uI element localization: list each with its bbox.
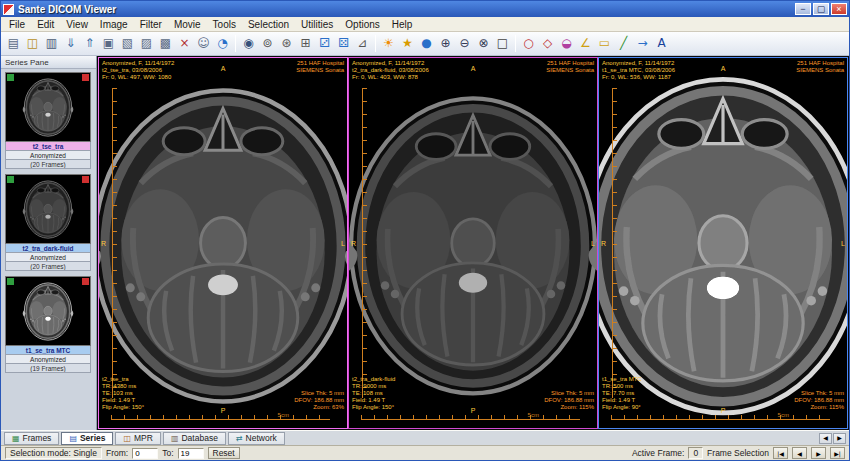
first-frame-icon[interactable]: |◀	[773, 447, 788, 459]
tab-scroll-controls: ◀ ▶	[819, 433, 846, 444]
open-image-icon[interactable]: ▤	[4, 34, 23, 53]
tab-network[interactable]: ⇄ Network	[228, 432, 285, 445]
app-window: Sante DICOM Viewer − ▢ × File Edit View …	[0, 0, 850, 461]
institution-overlay: 251 HAF Hospital SIEMENS Sonata	[296, 60, 344, 74]
print-icon[interactable]: ▣	[99, 34, 118, 53]
previous-frame-icon[interactable]: ◀	[792, 447, 807, 459]
mri-image	[598, 57, 848, 429]
arrow-icon[interactable]: →	[633, 34, 652, 53]
angle-icon[interactable]: ∠	[576, 34, 595, 53]
info-icon[interactable]: ◔	[213, 34, 232, 53]
thumbnail-marker-green	[7, 278, 14, 285]
horizontal-ruler	[361, 415, 579, 420]
series-thumbnail-image[interactable]	[5, 72, 91, 142]
series-thumbnail-3[interactable]: t1_se_tra MTC Anonymized (19 Frames)	[5, 276, 92, 373]
orientation-marker-anterior: A	[721, 65, 726, 72]
tab-label: Series	[80, 433, 106, 443]
menu-image[interactable]: Image	[94, 17, 134, 32]
orientation-marker-posterior: P	[721, 407, 726, 414]
tab-label: Database	[181, 433, 217, 443]
text-icon[interactable]: A	[652, 34, 671, 53]
filter-icon[interactable]: ⊛	[277, 34, 296, 53]
scale-label: 5cm	[778, 412, 789, 418]
series-thumbnail-1[interactable]: t2_tse_tra Anonymized (20 Frames)	[5, 72, 92, 169]
close-button[interactable]: ×	[831, 3, 847, 15]
histogram-icon[interactable]: ⊿	[353, 34, 372, 53]
menu-utilities[interactable]: Utilities	[295, 17, 339, 32]
eye-icon[interactable]: ◉	[239, 34, 258, 53]
mri-image	[348, 73, 598, 413]
sphere-icon[interactable]: ●	[417, 34, 436, 53]
active-frame-label: Active Frame:	[632, 448, 684, 458]
viewport-3[interactable]: 5cm Anonymized, F, 11/14/1972 t1_se_tra …	[598, 57, 848, 429]
reset-button[interactable]: Reset	[208, 447, 240, 459]
open-folder-icon[interactable]: ◫	[23, 34, 42, 53]
roi-polygon-icon[interactable]: ◇	[538, 34, 557, 53]
from-input[interactable]	[132, 448, 158, 459]
database-icon[interactable]: ▩	[156, 34, 175, 53]
tab-mpr[interactable]: ◫ MPR	[115, 432, 160, 445]
menu-movie[interactable]: Movie	[168, 17, 207, 32]
patient-info-overlay: Anonymized, F, 11/14/1972 t2_tra_dark-fl…	[352, 60, 429, 81]
menu-selection[interactable]: Selection	[242, 17, 295, 32]
menu-filter[interactable]: Filter	[134, 17, 168, 32]
series-patient-label: Anonymized	[5, 151, 91, 160]
bottom-tab-bar: ▦ Frames ▤ Series ◫ MPR ▥ Database ⇄ Net…	[1, 430, 849, 445]
delete-icon[interactable]: ×	[175, 34, 194, 53]
selection-mode-status: Selection mode: Single	[5, 447, 102, 459]
paste-icon[interactable]: ▨	[137, 34, 156, 53]
viewport-1[interactable]: 5cm Anonymized, F, 11/14/1972 t2_tse_tra…	[98, 57, 348, 429]
tab-frames[interactable]: ▦ Frames	[4, 432, 59, 445]
line-icon[interactable]: ╱	[614, 34, 633, 53]
patient-info-overlay: Anonymized, F, 11/14/1972 t1_se_tra MTC,…	[602, 60, 675, 81]
settings-icon[interactable]: ⊚	[258, 34, 277, 53]
zoom-in-icon[interactable]: ⊕	[436, 34, 455, 53]
menu-edit[interactable]: Edit	[31, 17, 60, 32]
toolbar-separator	[375, 35, 376, 52]
dice-two-icon[interactable]: ⚄	[334, 34, 353, 53]
horizontal-ruler	[111, 415, 329, 420]
orientation-marker-left: L	[341, 240, 345, 247]
series-thumbnail-image[interactable]	[5, 174, 91, 244]
patient-info-overlay: Anonymized, F, 11/14/1972 t2_tse_tra, 03…	[102, 60, 174, 81]
series-thumbnail-image[interactable]	[5, 276, 91, 346]
dice-icon[interactable]: ⚂	[315, 34, 334, 53]
menu-tools[interactable]: Tools	[207, 17, 242, 32]
menu-options[interactable]: Options	[339, 17, 385, 32]
last-frame-icon[interactable]: ▶|	[830, 447, 845, 459]
tab-scroll-right-icon[interactable]: ▶	[833, 433, 846, 444]
minimize-button[interactable]: −	[795, 3, 811, 15]
series-pane: Series Pane t2_tse_tra Anonymized (20 Fr…	[1, 56, 97, 430]
import-icon[interactable]: ⇓	[61, 34, 80, 53]
zoom-out-icon[interactable]: ⊖	[455, 34, 474, 53]
star-icon[interactable]: ★	[398, 34, 417, 53]
series-frames-label: (19 Frames)	[5, 364, 91, 373]
tab-database[interactable]: ▥ Database	[163, 432, 226, 445]
save-icon[interactable]: ▥	[42, 34, 61, 53]
copy-icon[interactable]: ▧	[118, 34, 137, 53]
tab-series[interactable]: ▤ Series	[61, 432, 113, 445]
select-rect-icon[interactable]: □	[493, 34, 512, 53]
next-frame-icon[interactable]: ▶	[811, 447, 826, 459]
maximize-button[interactable]: ▢	[813, 3, 829, 15]
menu-bar: File Edit View Image Filter Movie Tools …	[1, 17, 849, 32]
menu-file[interactable]: File	[3, 17, 31, 32]
layout-icon[interactable]: ⊞	[296, 34, 315, 53]
export-icon[interactable]: ⇑	[80, 34, 99, 53]
menu-view[interactable]: View	[60, 17, 94, 32]
viewport-2[interactable]: 5cm Anonymized, F, 11/14/1972 t2_tra_dar…	[348, 57, 598, 429]
to-input[interactable]	[178, 448, 204, 459]
magnifier-icon[interactable]: ⊗	[474, 34, 493, 53]
palette-icon[interactable]: ◒	[557, 34, 576, 53]
menu-help[interactable]: Help	[386, 17, 419, 32]
thumbnail-marker-green	[7, 176, 14, 183]
series-thumbnail-2[interactable]: t2_tra_dark-fluid Anonymized (20 Frames)	[5, 174, 92, 271]
tab-scroll-left-icon[interactable]: ◀	[819, 433, 832, 444]
title-bar: Sante DICOM Viewer − ▢ ×	[1, 1, 849, 17]
brightness-icon[interactable]: ☀	[379, 34, 398, 53]
sequence-params-overlay: t2_tra_dark-fluid TR: 9000 ms TE: 108 ms…	[352, 376, 395, 411]
orientation-marker-posterior: P	[221, 407, 226, 414]
roi-ellipse-icon[interactable]: ○	[519, 34, 538, 53]
anonymize-icon[interactable]: ☺	[194, 34, 213, 53]
ruler-icon[interactable]: ▭	[595, 34, 614, 53]
